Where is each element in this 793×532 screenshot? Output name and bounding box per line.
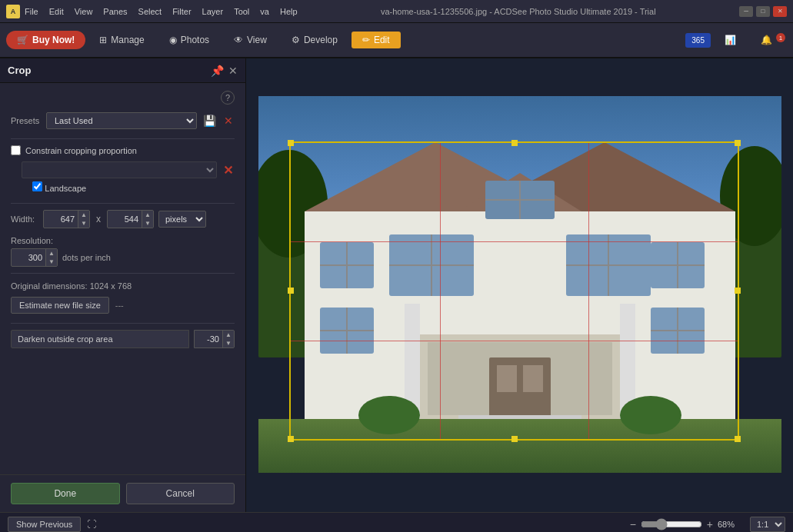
darken-down-button[interactable]: ▼ <box>223 339 234 347</box>
x-separator: x <box>96 214 101 224</box>
proportion-clear-button[interactable]: ✕ <box>222 163 235 178</box>
darken-spinner: ▲ ▼ <box>222 331 234 347</box>
bottom-toolbar: Show Previous ⛶ − + 68% 1:1 <box>0 512 793 532</box>
presets-label: Presets <box>11 116 42 125</box>
height-spinner: ▲ ▼ <box>142 211 153 228</box>
menu-tool[interactable]: Tool <box>234 7 249 16</box>
main-toolbar: 🛒 Buy Now! ⊞ Manage ◉ Photos 👁 View ⚙ De… <box>0 23 793 58</box>
units-select[interactable]: pixels inches cm <box>158 211 206 228</box>
show-previous-button[interactable]: Show Previous <box>8 517 81 532</box>
done-button[interactable]: Done <box>11 483 120 504</box>
width-input-wrap: ▲ ▼ <box>43 210 90 228</box>
zoom-slider[interactable] <box>641 518 702 530</box>
photos-icon: ◉ <box>169 35 177 45</box>
panel-header: Crop 📌 ✕ <box>0 58 245 83</box>
menu-layer[interactable]: Layer <box>202 7 224 16</box>
window-title: va-home-usa-1-1235506.jpg - ACDSee Photo… <box>302 7 735 16</box>
constrain-label[interactable]: Constrain cropping proportion <box>25 146 137 155</box>
height-up-button[interactable]: ▲ <box>142 211 153 219</box>
menu-view[interactable]: View <box>75 7 93 16</box>
grid-icon: ⊞ <box>99 35 107 45</box>
landscape-label[interactable]: Landscape <box>45 184 86 193</box>
res-up-button[interactable]: ▲ <box>46 249 57 258</box>
svg-rect-33 <box>258 419 781 473</box>
titlebar: A File Edit View Panes Select Filter Lay… <box>0 0 793 23</box>
constrain-checkbox[interactable] <box>11 145 21 155</box>
menu-edit[interactable]: Edit <box>49 7 64 16</box>
darken-value-input[interactable] <box>195 332 222 346</box>
menu-help[interactable]: Help <box>280 7 298 16</box>
image-area <box>246 58 793 512</box>
res-down-button[interactable]: ▼ <box>46 258 57 266</box>
notifications-button[interactable]: 🔔1 <box>750 32 787 48</box>
stats-button[interactable]: 📊 <box>714 32 747 48</box>
presets-select[interactable]: Last Used <box>46 112 197 129</box>
menu-va[interactable]: va <box>260 7 269 16</box>
width-up-button[interactable]: ▲ <box>78 211 89 219</box>
divider-3 <box>11 273 235 274</box>
zoom-in-button[interactable]: + <box>707 518 713 530</box>
darken-label: Darken outside crop area <box>11 330 189 348</box>
estimate-button[interactable]: Estimate new file size <box>11 297 109 314</box>
edit-button[interactable]: ✏ Edit <box>352 32 401 48</box>
menu-select[interactable]: Select <box>138 7 162 16</box>
panel-body: ? Presets Last Used 💾 ✕ Constrain croppi… <box>0 83 245 474</box>
divider-2 <box>11 203 235 204</box>
panel-footer: Done Cancel <box>0 474 245 512</box>
develop-icon: ⚙ <box>292 35 300 45</box>
cancel-button[interactable]: Cancel <box>126 483 235 504</box>
presets-row: Presets Last Used 💾 ✕ <box>11 112 235 129</box>
main-area: Crop 📌 ✕ ? Presets Last Used 💾 ✕ <box>0 58 793 512</box>
photo-svg <box>258 96 781 473</box>
menu-file[interactable]: File <box>25 7 38 16</box>
whu-row: Width: ▲ ▼ x ▲ ▼ pixels <box>11 210 235 228</box>
buy-now-button[interactable]: 🛒 Buy Now! <box>6 31 85 49</box>
darken-up-button[interactable]: ▲ <box>223 331 234 339</box>
view-button[interactable]: 👁 View <box>223 32 278 48</box>
edit-icon: ✏ <box>362 35 370 45</box>
expand-view-button[interactable]: ⛶ <box>87 519 96 530</box>
close-button[interactable]: ✕ <box>773 6 787 17</box>
width-label: Width: <box>11 214 38 224</box>
menu-filter[interactable]: Filter <box>172 7 191 16</box>
app-icon: A <box>6 5 20 18</box>
resolution-label: Resolution: <box>11 236 235 245</box>
minimize-button[interactable]: ─ <box>739 6 753 17</box>
zoom-ratio-select[interactable]: 1:1 <box>750 517 785 532</box>
divider-1 <box>11 138 235 139</box>
presets-delete-button[interactable]: ✕ <box>222 113 235 128</box>
cart-icon: 🛒 <box>17 35 28 45</box>
presets-save-button[interactable]: 💾 <box>202 113 218 128</box>
photos-button[interactable]: ◉ Photos <box>158 32 220 48</box>
zoom-value: 68% <box>718 520 745 529</box>
panel-close-button[interactable]: ✕ <box>228 65 238 77</box>
darken-row: Darken outside crop area ▲ ▼ <box>11 330 235 348</box>
height-input-wrap: ▲ ▼ <box>107 210 154 228</box>
acdsee-365-button[interactable]: 365 <box>685 33 711 48</box>
resolution-input-row: ▲ ▼ dots per inch <box>11 248 235 267</box>
proportion-select[interactable] <box>22 161 217 178</box>
resolution-input[interactable] <box>12 251 45 264</box>
resolution-spinner: ▲ ▼ <box>45 249 57 266</box>
maximize-button[interactable]: □ <box>756 6 770 17</box>
window-controls: ─ □ ✕ <box>739 6 787 17</box>
manage-button[interactable]: ⊞ Manage <box>88 32 155 48</box>
panel-pin-button[interactable]: 📌 <box>211 65 224 77</box>
eye-icon: 👁 <box>234 35 243 45</box>
height-input[interactable] <box>108 212 142 226</box>
zoom-out-button[interactable]: − <box>630 518 636 530</box>
width-spinner: ▲ ▼ <box>78 211 89 228</box>
svg-rect-28 <box>523 365 543 392</box>
zoom-controls: − + 68% 1:1 <box>630 517 785 532</box>
constrain-row: Constrain cropping proportion <box>11 145 235 155</box>
menu-panes[interactable]: Panes <box>103 7 127 16</box>
width-down-button[interactable]: ▼ <box>78 219 89 228</box>
height-down-button[interactable]: ▼ <box>142 219 153 228</box>
develop-button[interactable]: ⚙ Develop <box>281 32 348 48</box>
panel-title: Crop <box>8 65 31 76</box>
original-dimensions: Original dimensions: 1024 x 768 <box>11 281 235 291</box>
landscape-checkbox[interactable] <box>32 181 42 191</box>
width-input[interactable] <box>44 212 78 226</box>
help-button[interactable]: ? <box>221 91 235 105</box>
darken-value-wrap: ▲ ▼ <box>194 330 235 348</box>
